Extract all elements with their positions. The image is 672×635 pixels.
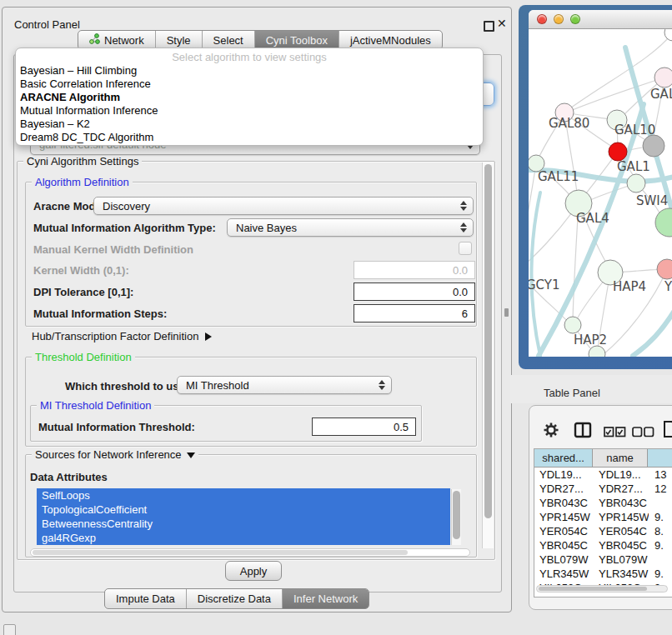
table-cell: YDR27... <box>534 482 594 495</box>
tab-discretize-data[interactable]: Discretize Data <box>187 589 283 608</box>
file-icon[interactable] <box>663 420 672 442</box>
tab-network[interactable]: Network <box>78 31 156 49</box>
mi-threshold-group-title: MI Threshold Definition <box>37 399 154 412</box>
combo-stepper-icon <box>460 222 467 232</box>
gear-icon[interactable] <box>543 422 559 442</box>
algorithm-option-dream8-dc-tdc-algorithm[interactable]: Dream8 DC_TDC Algorithm <box>16 131 483 144</box>
tab-label: Impute Data <box>116 592 175 605</box>
table-panel-title: Table Panel <box>544 387 600 399</box>
node-table: shared...name YDL19...YDL19...13YDR27...… <box>534 448 672 598</box>
node-unlabeled[interactable] <box>655 208 672 237</box>
table-cell: 8. <box>649 525 672 538</box>
node-hap2[interactable] <box>564 317 581 333</box>
tab-label: Cyni Toolbox <box>266 34 328 47</box>
tab-label: jActiveMNodules <box>350 34 431 47</box>
table-cell: YER054C <box>534 525 594 538</box>
scrollbar-thumb[interactable] <box>484 164 492 518</box>
settings-scrollbar-vertical[interactable] <box>482 162 494 548</box>
which-threshold-combo[interactable]: MI Threshold <box>177 376 392 394</box>
table-cell: YBR045C <box>534 539 594 552</box>
attribute-item-selfloops[interactable]: SelfLoops <box>37 488 450 502</box>
table-cell: YDL19... <box>594 468 649 481</box>
node-gal1[interactable] <box>609 142 627 161</box>
attribute-item-betweennesscentrality[interactable]: BetweennessCentrality <box>37 517 450 531</box>
combo-value: Discovery <box>103 200 150 212</box>
scrollbar-thumb[interactable] <box>539 587 647 591</box>
network-canvas[interactable]: GALGAL80GAL10GAL1GAL11SWI4GAL4GCY1HAP4YH… <box>529 29 672 357</box>
sources-title-text: Sources for Network Inference <box>35 448 182 461</box>
table-scrollbar-horizontal[interactable] <box>536 585 668 592</box>
dpi-tolerance-field[interactable]: 0.0 <box>354 282 475 301</box>
column-header-name[interactable]: name <box>593 449 647 468</box>
close-panel-icon[interactable]: ✕ <box>497 17 507 30</box>
combo-stepper-icon <box>460 201 467 211</box>
network-view-window: GALGAL80GAL10GAL1GAL11SWI4GAL4GCY1HAP4YH… <box>529 10 672 357</box>
table-row[interactable]: YBR043CYBR043C <box>534 496 672 510</box>
hub-factor-expander[interactable]: Hub/Transcription Factor Definition <box>32 330 212 342</box>
mi-threshold-field[interactable]: 0.5 <box>312 418 416 436</box>
tab-impute-data[interactable]: Impute Data <box>105 589 187 608</box>
close-window-icon[interactable] <box>537 14 547 24</box>
node-label: GCY1 <box>529 278 560 292</box>
select-all-checkboxes-icon[interactable] <box>604 426 626 441</box>
graph-nodes: GALGAL80GAL10GAL1GAL11SWI4GAL4GCY1HAP4YH… <box>529 29 672 357</box>
node-y[interactable] <box>657 259 672 279</box>
table-cell: YBL079W <box>534 553 594 566</box>
table-cell: YBL079W <box>594 553 649 566</box>
table-header-row: shared...name <box>534 449 672 468</box>
mi-steps-label: Mutual Information Steps: <box>33 308 167 320</box>
table-row[interactable]: YBR045CYBR045C9. <box>534 538 672 552</box>
tab-style[interactable]: Style <box>156 31 203 49</box>
aracne-mode-combo[interactable]: Discovery <box>93 197 474 215</box>
expander-label: Hub/Transcription Factor Definition <box>32 330 198 342</box>
which-threshold-label: Which threshold to use: <box>65 380 188 392</box>
tab-infer-network[interactable]: Infer Network <box>283 589 369 608</box>
attributes-scrollbar-horizontal[interactable] <box>30 548 470 557</box>
column-header-col3[interactable] <box>648 449 672 468</box>
algorithm-option-bayesian-k2[interactable]: Bayesian – K2 <box>16 118 483 131</box>
data-action-tabs: Impute DataDiscretize DataInfer Network <box>104 588 369 609</box>
attribute-item-topologicalcoefficient[interactable]: TopologicalCoefficient <box>37 502 450 517</box>
table-row[interactable]: YDR27...YDR27...12 <box>534 482 672 496</box>
chevron-down-icon <box>187 452 195 458</box>
float-panel-icon[interactable] <box>484 21 494 32</box>
node-gal[interactable] <box>654 68 672 88</box>
node-unlabeled[interactable] <box>643 135 664 157</box>
algorithm-option-mutual-information-inference[interactable]: Mutual Information Inference <box>16 104 483 118</box>
column-header-shared[interactable]: shared... <box>534 449 593 468</box>
table-row[interactable]: YBL079WYBL079W <box>534 552 672 567</box>
manual-kernel-checkbox[interactable] <box>459 242 472 255</box>
mi-steps-field[interactable]: 6 <box>354 304 475 322</box>
algorithm-option-basic-correlation-inference[interactable]: Basic Correlation Inference <box>16 78 483 91</box>
table-row[interactable]: YLR345WYLR345W9. <box>534 567 672 581</box>
minimized-panel-icon[interactable] <box>3 624 16 635</box>
zoom-window-icon[interactable] <box>570 14 580 24</box>
algorithm-option-aracne-algorithm[interactable]: ARACNE Algorithm <box>16 91 483 104</box>
tab-jactivemnodules[interactable]: jActiveMNodules <box>339 31 442 49</box>
apply-button[interactable]: Apply <box>225 561 282 581</box>
mi-threshold-label: Mutual Information Threshold: <box>38 421 195 433</box>
column-layout-icon[interactable] <box>574 422 592 442</box>
node-unlabeled[interactable] <box>664 29 672 41</box>
combo-value: Naive Bayes <box>236 222 297 234</box>
attribute-item-gal4rgexp[interactable]: gal4RGexp <box>37 531 450 545</box>
minimize-window-icon[interactable] <box>554 14 564 24</box>
tab-select[interactable]: Select <box>203 31 255 49</box>
mi-type-combo[interactable]: Naive Bayes <box>227 218 474 237</box>
table-row[interactable]: YDL19...YDL19...13 <box>534 468 672 482</box>
screen: Control Panel ✕ NetworkStyleSelectCyni T… <box>0 0 672 635</box>
splitpane-handle[interactable] <box>504 308 509 317</box>
scrollbar-thumb[interactable] <box>33 550 408 555</box>
table-row[interactable]: YER054CYER054C8. <box>534 524 672 538</box>
node-swi4[interactable] <box>627 174 645 192</box>
deselect-all-checkboxes-icon[interactable] <box>632 426 654 441</box>
scrollbar-thumb[interactable] <box>453 491 460 539</box>
attributes-scrollbar-vertical[interactable] <box>451 489 461 545</box>
tab-label: Select <box>213 34 243 47</box>
algorithm-option-bayesian-hill-climbing[interactable]: Bayesian – Hill Climbing <box>16 64 483 78</box>
tab-cyni-toolbox[interactable]: Cyni Toolbox <box>255 31 339 49</box>
table-row[interactable]: YPR145WYPR145W9. <box>534 510 672 524</box>
window-titlebar[interactable] <box>529 10 672 29</box>
node-label: GAL10 <box>614 122 655 138</box>
kernel-width-field[interactable]: 0.0 <box>354 261 475 279</box>
